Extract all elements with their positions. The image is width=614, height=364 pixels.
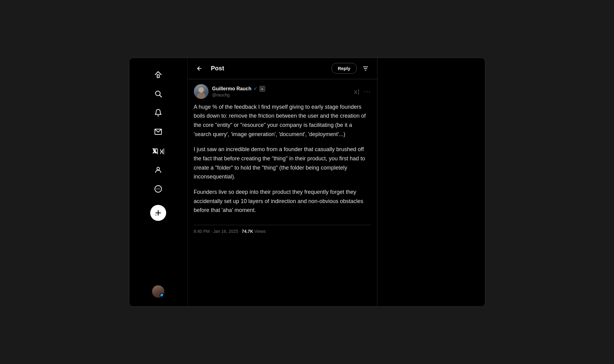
- filter-button[interactable]: [360, 63, 371, 74]
- grok-action-icon[interactable]: ꭓ|: [354, 88, 360, 95]
- tweet-views-count: 74.7K: [242, 229, 253, 234]
- svg-point-6: [157, 167, 160, 170]
- back-button[interactable]: [194, 63, 205, 74]
- tweet-text: A huge % of the feedback I find myself g…: [194, 103, 371, 215]
- app-window: 𝕏 x| ꭓ|: [129, 58, 485, 307]
- svg-point-8: [156, 188, 157, 189]
- filter-icon: [362, 65, 369, 72]
- back-arrow-icon: [196, 65, 202, 72]
- svg-point-10: [159, 188, 160, 189]
- verified-badge: ✓: [253, 86, 257, 92]
- tweet-paragraph-2: I just saw an incredible demo from a fou…: [194, 145, 371, 182]
- post-body: Guillermo Rauch ✓ ▲ @rauchg ꭓ| ···: [188, 79, 377, 306]
- header-left: Post: [194, 63, 224, 74]
- right-panel: [377, 58, 485, 306]
- author-name-block: Guillermo Rauch ✓ ▲ @rauchg: [212, 86, 265, 97]
- grok-nav-icon: 𝕏 x|: [152, 147, 160, 155]
- sidebar: 𝕏 x| ꭓ|: [129, 58, 188, 306]
- author-avatar[interactable]: [194, 84, 209, 99]
- page-title: Post: [211, 65, 224, 72]
- tweet-paragraph-1: A huge % of the feedback I find myself g…: [194, 103, 371, 139]
- svg-rect-0: [157, 75, 159, 78]
- author-handle: @rauchg: [212, 92, 265, 97]
- home-icon: [154, 71, 162, 79]
- svg-point-17: [197, 93, 205, 99]
- author-badge: ▲: [259, 86, 265, 92]
- more-options-button[interactable]: ···: [364, 88, 371, 95]
- sidebar-item-more[interactable]: [150, 181, 166, 197]
- compose-icon: [154, 209, 162, 217]
- bell-icon: [154, 109, 162, 117]
- tweet-views-label: Views: [254, 229, 266, 234]
- sidebar-item-grok[interactable]: 𝕏 x| ꭓ|: [150, 143, 166, 159]
- tweet-paragraph-3: Founders live so deep into their product…: [194, 188, 371, 215]
- mail-icon: [154, 128, 162, 136]
- author-name: Guillermo Rauch: [212, 86, 252, 92]
- svg-text:x|: x|: [153, 148, 159, 154]
- sidebar-item-profile[interactable]: [150, 162, 166, 178]
- tweet-card: Guillermo Rauch ✓ ▲ @rauchg ꭓ| ···: [194, 84, 371, 234]
- reply-button[interactable]: Reply: [331, 63, 357, 74]
- tweet-actions-right: ꭓ| ···: [354, 88, 371, 95]
- sidebar-item-notifications[interactable]: [150, 105, 166, 121]
- sidebar-item-messages[interactable]: [150, 124, 166, 140]
- user-avatar[interactable]: [152, 285, 164, 298]
- post-header: Post Reply: [188, 58, 377, 79]
- svg-point-16: [198, 87, 204, 93]
- tweet-timestamp: 8:40 PM · Jan 16, 2025: [194, 229, 238, 234]
- tweet-author-row: Guillermo Rauch ✓ ▲ @rauchg ꭓ| ···: [194, 84, 371, 99]
- more-circle-icon: [154, 185, 162, 193]
- compose-button[interactable]: [150, 205, 166, 221]
- svg-point-9: [158, 188, 159, 189]
- person-icon: [154, 166, 162, 174]
- tweet-dot-separator: ·: [239, 229, 242, 234]
- sidebar-item-home[interactable]: [150, 67, 166, 83]
- author-name-line: Guillermo Rauch ✓ ▲: [212, 86, 265, 92]
- tweet-meta: 8:40 PM · Jan 16, 2025 · 74.7K Views: [194, 225, 371, 234]
- author-info: Guillermo Rauch ✓ ▲ @rauchg: [194, 84, 265, 99]
- svg-line-2: [160, 95, 162, 97]
- search-icon: [154, 90, 162, 98]
- main-content: Post Reply: [188, 58, 377, 306]
- header-right: Reply: [331, 63, 371, 74]
- sidebar-item-search[interactable]: [150, 86, 166, 102]
